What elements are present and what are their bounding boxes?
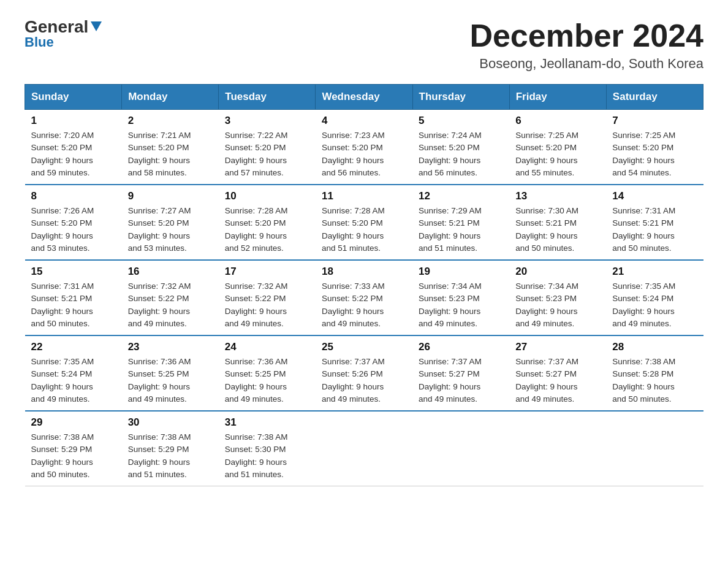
- day-info: Sunrise: 7:21 AMSunset: 5:20 PMDaylight:…: [128, 131, 191, 177]
- day-number: 27: [515, 341, 600, 353]
- calendar-cell: 9 Sunrise: 7:27 AMSunset: 5:20 PMDayligh…: [122, 185, 219, 260]
- day-number: 7: [612, 115, 697, 127]
- calendar-cell: 11 Sunrise: 7:28 AMSunset: 5:20 PMDaylig…: [316, 185, 412, 260]
- calendar-cell: 23 Sunrise: 7:36 AMSunset: 5:25 PMDaylig…: [122, 335, 219, 411]
- header-monday: Monday: [122, 85, 219, 110]
- calendar-subtitle: Boseong, Jeollanam-do, South Korea: [469, 56, 703, 72]
- calendar-cell: 13 Sunrise: 7:30 AMSunset: 5:21 PMDaylig…: [509, 185, 606, 260]
- day-number: 17: [225, 266, 309, 278]
- day-info: Sunrise: 7:27 AMSunset: 5:20 PMDaylight:…: [128, 206, 191, 253]
- day-info: Sunrise: 7:32 AMSunset: 5:22 PMDaylight:…: [225, 282, 288, 328]
- day-info: Sunrise: 7:20 AMSunset: 5:20 PMDaylight:…: [31, 131, 94, 177]
- day-number: 11: [322, 190, 406, 202]
- calendar-week-row: 22 Sunrise: 7:35 AMSunset: 5:24 PMDaylig…: [25, 335, 703, 411]
- logo-general: General: [25, 18, 88, 36]
- header-sunday: Sunday: [25, 85, 122, 110]
- day-number: 1: [31, 115, 116, 127]
- day-number: 29: [31, 416, 116, 429]
- calendar-cell: 10 Sunrise: 7:28 AMSunset: 5:20 PMDaylig…: [219, 185, 316, 260]
- calendar-week-row: 8 Sunrise: 7:26 AMSunset: 5:20 PMDayligh…: [25, 185, 703, 260]
- day-number: 23: [128, 341, 213, 353]
- day-number: 20: [515, 266, 600, 278]
- day-info: Sunrise: 7:38 AMSunset: 5:30 PMDaylight:…: [225, 432, 288, 479]
- calendar-cell: 7 Sunrise: 7:25 AMSunset: 5:20 PMDayligh…: [606, 110, 703, 185]
- calendar-cell: 5 Sunrise: 7:24 AMSunset: 5:20 PMDayligh…: [412, 110, 509, 185]
- calendar-cell: 24 Sunrise: 7:36 AMSunset: 5:25 PMDaylig…: [219, 335, 316, 411]
- calendar-cell: 15 Sunrise: 7:31 AMSunset: 5:21 PMDaylig…: [25, 260, 122, 335]
- day-number: 18: [322, 266, 406, 278]
- day-info: Sunrise: 7:34 AMSunset: 5:23 PMDaylight:…: [515, 282, 578, 328]
- day-info: Sunrise: 7:30 AMSunset: 5:21 PMDaylight:…: [515, 206, 578, 253]
- day-info: Sunrise: 7:29 AMSunset: 5:21 PMDaylight:…: [419, 206, 482, 253]
- day-number: 22: [31, 341, 116, 353]
- calendar-cell: [316, 411, 412, 486]
- header-friday: Friday: [509, 85, 606, 110]
- day-info: Sunrise: 7:28 AMSunset: 5:20 PMDaylight:…: [225, 206, 288, 253]
- calendar-table: SundayMondayTuesdayWednesdayThursdayFrid…: [25, 84, 703, 486]
- calendar-cell: 29 Sunrise: 7:38 AMSunset: 5:29 PMDaylig…: [25, 411, 122, 486]
- header-thursday: Thursday: [412, 85, 509, 110]
- calendar-cell: 14 Sunrise: 7:31 AMSunset: 5:21 PMDaylig…: [606, 185, 703, 260]
- day-number: 21: [612, 266, 697, 278]
- calendar-cell: 2 Sunrise: 7:21 AMSunset: 5:20 PMDayligh…: [122, 110, 219, 185]
- calendar-week-row: 15 Sunrise: 7:31 AMSunset: 5:21 PMDaylig…: [25, 260, 703, 335]
- logo-blue: Blue: [25, 34, 54, 50]
- day-number: 12: [419, 190, 503, 202]
- calendar-cell: [412, 411, 509, 486]
- header-tuesday: Tuesday: [219, 85, 316, 110]
- logo-triangle-icon: [89, 19, 103, 33]
- calendar-title: December 2024: [469, 18, 703, 53]
- day-number: 10: [225, 190, 309, 202]
- calendar-header-row: SundayMondayTuesdayWednesdayThursdayFrid…: [25, 85, 703, 110]
- day-info: Sunrise: 7:25 AMSunset: 5:20 PMDaylight:…: [612, 131, 675, 177]
- calendar-cell: 31 Sunrise: 7:38 AMSunset: 5:30 PMDaylig…: [219, 411, 316, 486]
- calendar-cell: 3 Sunrise: 7:22 AMSunset: 5:20 PMDayligh…: [219, 110, 316, 185]
- day-info: Sunrise: 7:31 AMSunset: 5:21 PMDaylight:…: [31, 282, 94, 328]
- day-info: Sunrise: 7:34 AMSunset: 5:23 PMDaylight:…: [419, 282, 482, 328]
- day-number: 14: [612, 190, 697, 202]
- day-number: 2: [128, 115, 213, 127]
- calendar-cell: 18 Sunrise: 7:33 AMSunset: 5:22 PMDaylig…: [316, 260, 412, 335]
- day-number: 24: [225, 341, 309, 353]
- day-number: 6: [515, 115, 600, 127]
- calendar-cell: 25 Sunrise: 7:37 AMSunset: 5:26 PMDaylig…: [316, 335, 412, 411]
- day-info: Sunrise: 7:25 AMSunset: 5:20 PMDaylight:…: [515, 131, 578, 177]
- day-info: Sunrise: 7:31 AMSunset: 5:21 PMDaylight:…: [612, 206, 675, 253]
- day-number: 25: [322, 341, 406, 353]
- calendar-cell: 4 Sunrise: 7:23 AMSunset: 5:20 PMDayligh…: [316, 110, 412, 185]
- calendar-cell: 17 Sunrise: 7:32 AMSunset: 5:22 PMDaylig…: [219, 260, 316, 335]
- day-info: Sunrise: 7:28 AMSunset: 5:20 PMDaylight:…: [322, 206, 385, 253]
- calendar-cell: 26 Sunrise: 7:37 AMSunset: 5:27 PMDaylig…: [412, 335, 509, 411]
- day-info: Sunrise: 7:38 AMSunset: 5:29 PMDaylight:…: [128, 432, 191, 479]
- day-number: 19: [419, 266, 503, 278]
- day-number: 8: [31, 190, 116, 202]
- day-number: 15: [31, 266, 116, 278]
- day-number: 28: [612, 341, 697, 353]
- calendar-cell: 22 Sunrise: 7:35 AMSunset: 5:24 PMDaylig…: [25, 335, 122, 411]
- svg-marker-0: [91, 21, 102, 31]
- calendar-cell: 1 Sunrise: 7:20 AMSunset: 5:20 PMDayligh…: [25, 110, 122, 185]
- calendar-cell: 28 Sunrise: 7:38 AMSunset: 5:28 PMDaylig…: [606, 335, 703, 411]
- title-block: December 2024 Boseong, Jeollanam-do, Sou…: [469, 18, 703, 72]
- header-wednesday: Wednesday: [316, 85, 412, 110]
- day-info: Sunrise: 7:35 AMSunset: 5:24 PMDaylight:…: [612, 282, 675, 328]
- day-info: Sunrise: 7:35 AMSunset: 5:24 PMDaylight:…: [31, 357, 94, 404]
- day-info: Sunrise: 7:37 AMSunset: 5:27 PMDaylight:…: [419, 357, 482, 404]
- day-number: 5: [419, 115, 503, 127]
- day-info: Sunrise: 7:23 AMSunset: 5:20 PMDaylight:…: [322, 131, 385, 177]
- day-info: Sunrise: 7:33 AMSunset: 5:22 PMDaylight:…: [322, 282, 385, 328]
- day-info: Sunrise: 7:22 AMSunset: 5:20 PMDaylight:…: [225, 131, 288, 177]
- day-info: Sunrise: 7:38 AMSunset: 5:29 PMDaylight:…: [31, 432, 94, 479]
- day-number: 30: [128, 416, 213, 429]
- day-number: 13: [515, 190, 600, 202]
- calendar-cell: 19 Sunrise: 7:34 AMSunset: 5:23 PMDaylig…: [412, 260, 509, 335]
- day-number: 4: [322, 115, 406, 127]
- calendar-cell: 12 Sunrise: 7:29 AMSunset: 5:21 PMDaylig…: [412, 185, 509, 260]
- day-number: 16: [128, 266, 213, 278]
- day-number: 9: [128, 190, 213, 202]
- logo: General Blue: [25, 18, 103, 50]
- day-info: Sunrise: 7:32 AMSunset: 5:22 PMDaylight:…: [128, 282, 191, 328]
- day-info: Sunrise: 7:36 AMSunset: 5:25 PMDaylight:…: [225, 357, 288, 404]
- day-info: Sunrise: 7:26 AMSunset: 5:20 PMDaylight:…: [31, 206, 94, 253]
- day-number: 3: [225, 115, 309, 127]
